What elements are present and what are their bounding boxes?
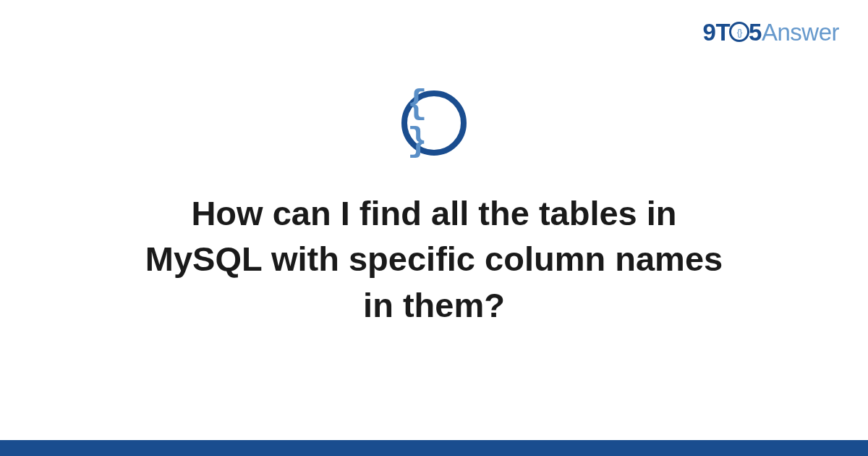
logo-circle-braces: {} — [737, 27, 742, 38]
logo-text-9t: 9T — [703, 19, 731, 46]
question-title: How can I find all the tables in MySQL w… — [109, 190, 760, 328]
logo-text-answer: Answer — [762, 19, 839, 46]
site-logo[interactable]: 9T{}5Answer — [703, 19, 839, 46]
footer-bar — [0, 440, 868, 456]
category-icon-circle: { } — [401, 90, 467, 156]
code-braces-icon: { } — [407, 85, 461, 161]
logo-text-5: 5 — [749, 19, 762, 46]
logo-circle: {} — [729, 22, 749, 42]
main-content: { } How can I find all the tables in MyS… — [0, 90, 868, 328]
